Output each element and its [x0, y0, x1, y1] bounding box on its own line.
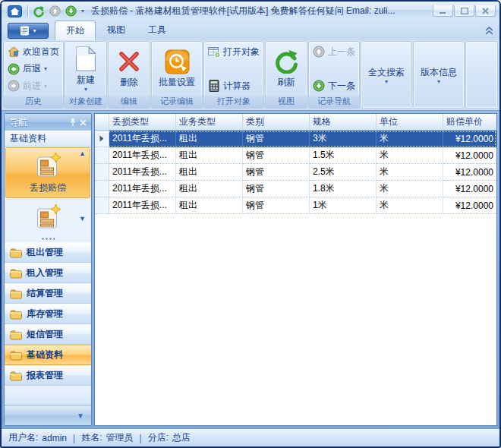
ribbon-button[interactable]: 删除 — [111, 48, 147, 90]
sidebar-item-label: 库存管理 — [27, 308, 63, 320]
ribbon-group-label: 打开对象 — [204, 96, 263, 108]
ribbon-group-body: 刷新 — [266, 42, 307, 96]
ribbon-button[interactable]: 版本信息▾ — [416, 65, 462, 85]
next-circle-icon — [313, 80, 325, 92]
sidebar-item-1[interactable]: 租出管理 — [5, 242, 91, 263]
navigation-body: 基础资料 ▲ 丢损赔偿 ▼ 租出管理租入管理结算管理库存管理短信管理基础资料报表… — [5, 131, 91, 425]
data-grid: 丢损类型业务类型类别规格单位赔偿单价 2011年丢损...租出钢管3米米¥12.… — [94, 113, 497, 426]
ribbon-group-body: 打开对象计算器 — [204, 42, 263, 96]
grid-column-header[interactable]: 类别 — [243, 114, 310, 130]
main-area: 导航 基础资料 ▲ 丢损赔偿 ▼ 租出管理租入管理结算管理库存管理短信管理基础资… — [2, 111, 499, 428]
grid-column-header[interactable]: 规格 — [310, 114, 377, 130]
titlebar-separator — [27, 5, 28, 17]
table-cell: 米 — [377, 197, 443, 214]
dropdown-arrow-icon: ▾ — [385, 80, 388, 84]
sidebar-splitter[interactable] — [5, 235, 91, 242]
ribbon-group-body: 全文搜索▾ — [361, 42, 411, 108]
grid-column-header[interactable]: 业务类型 — [176, 114, 243, 130]
ribbon-tab-3[interactable]: 工具 — [137, 21, 178, 40]
sidebar-item-5[interactable]: 短信管理 — [5, 324, 91, 345]
username-value: admin — [42, 433, 67, 443]
folder-icon — [10, 349, 22, 361]
ribbon-group-9: 版本信息▾ — [413, 41, 465, 109]
sidebar-item-label: 租出管理 — [27, 246, 63, 259]
ribbon-button[interactable]: 全文搜索▾ — [364, 65, 409, 85]
grid-column-header[interactable]: 丢损类型 — [109, 114, 176, 130]
navigation-pane: 导航 基础资料 ▲ 丢损赔偿 ▼ 租出管理租入管理结算管理库存管理短信管理基础资… — [4, 113, 92, 426]
sidebar-item-label: 租入管理 — [27, 267, 63, 279]
ribbon-button-label: 欢迎首页 — [23, 46, 59, 58]
sidebar-folder-list: 租出管理租入管理结算管理库存管理短信管理基础资料报表管理 — [5, 242, 91, 386]
collapse-ribbon-button[interactable] — [483, 27, 495, 35]
folder-icon — [10, 370, 22, 382]
minimize-icon — [440, 8, 446, 14]
dropdown-arrow-icon: ▾ — [84, 88, 87, 92]
sidebar-item-3[interactable]: 结算管理 — [5, 283, 91, 304]
navigation-caption-label: 导航 — [9, 116, 27, 129]
application-menu-button[interactable]: ▾ — [8, 23, 49, 39]
sidebar-icon-only-item[interactable]: ▼ — [5, 199, 91, 235]
table-row-1[interactable]: 2011年丢损...租出钢管3米米¥12.0000 — [95, 131, 496, 147]
ribbon-group-body: 删除 — [109, 42, 150, 96]
table-cell: 3米 — [310, 131, 377, 147]
sidebar-item-loss-compensation[interactable]: ▲ 丢损赔偿 — [5, 147, 90, 198]
ribbon-button: 上一条 — [313, 45, 355, 58]
grid-column-header[interactable]: 赔偿单价 — [443, 114, 496, 130]
ribbon-button-label: 批量设置 — [159, 76, 195, 89]
folder-icon — [10, 308, 22, 320]
forward-circle-icon — [8, 80, 20, 92]
ribbon-button[interactable]: 欢迎首页 — [8, 45, 59, 58]
ribbon-button[interactable]: 下一条 — [313, 79, 355, 93]
quick-access-down-button[interactable] — [64, 5, 77, 17]
ribbon-button-label: 版本信息 — [421, 66, 457, 79]
status-separator: | — [140, 433, 142, 443]
table-row-2[interactable]: 2011年丢损...租出钢管1.5米米¥12.0000 — [95, 147, 496, 164]
quick-access-up-button[interactable] — [48, 5, 61, 17]
quick-access-refresh-button[interactable] — [32, 5, 46, 17]
ribbon-tab-1[interactable]: 开始 — [55, 21, 96, 40]
close-nav-icon[interactable] — [80, 119, 87, 126]
table-cell: 2011年丢损... — [109, 147, 176, 164]
row-indicator-cell — [95, 147, 109, 164]
ribbon-group-label: 视图 — [266, 96, 307, 108]
ribbon-group-7: 上一条下一条记录导航 — [308, 41, 360, 109]
status-separator: | — [73, 433, 75, 443]
close-icon — [482, 8, 489, 14]
ribbon-button-label: 上一条 — [328, 46, 355, 58]
sidebar-item-6[interactable]: 基础资料 — [5, 345, 91, 365]
ribbon-button[interactable]: 打开对象 — [208, 45, 260, 58]
table-row-4[interactable]: 2011年丢损...租出钢管1.8米米¥12.0000 — [95, 181, 496, 197]
ribbon-button[interactable]: 后退▾ — [8, 62, 47, 76]
quick-access-dropdown-icon[interactable]: ▾ — [81, 8, 84, 14]
grid-column-header[interactable]: 单位 — [377, 114, 443, 130]
ribbon-group-body: 欢迎首页后退▾前进▾ — [4, 42, 63, 96]
ribbon-button[interactable]: 刷新 — [268, 48, 304, 90]
pin-icon[interactable] — [69, 118, 77, 127]
close-button[interactable] — [475, 5, 496, 17]
sidebar-item-2[interactable]: 租入管理 — [5, 263, 91, 283]
ribbon-button[interactable]: 批量设置 — [154, 48, 200, 90]
calculator-icon — [208, 80, 220, 92]
ribbon-button[interactable]: 新建▾ — [68, 46, 104, 93]
ribbon-button-label: 计算器 — [223, 80, 250, 93]
row-indicator-cell — [95, 181, 109, 197]
maximize-button[interactable] — [454, 5, 474, 17]
ribbon-group-label: 编辑 — [109, 96, 150, 108]
ribbon-group-8: 全文搜索▾ — [361, 41, 412, 109]
sidebar-item-7[interactable]: 报表管理 — [5, 365, 91, 386]
home-button[interactable] — [5, 4, 24, 18]
table-row-5[interactable]: 2011年丢损...租出钢管1米米¥12.0000 — [95, 197, 496, 214]
ribbon-button[interactable]: 计算器 — [208, 79, 250, 93]
scroll-up-icon[interactable]: ▲ — [79, 150, 86, 157]
table-cell: 钢管 — [243, 164, 310, 181]
grid-header-row: 丢损类型业务类型类别规格单位赔偿单价 — [95, 114, 496, 131]
ribbon-filler-panel — [465, 41, 498, 109]
sidebar-item-4[interactable]: 库存管理 — [5, 304, 91, 324]
maximize-icon — [461, 8, 468, 14]
dropdown-icon[interactable]: ▼ — [79, 216, 86, 222]
chevron-down-icon[interactable]: ▼ — [77, 412, 84, 420]
navigation-caption: 导航 — [5, 114, 91, 131]
table-row-3[interactable]: 2011年丢损...租出钢管2.5米米¥12.0000 — [95, 164, 496, 181]
minimize-button[interactable] — [433, 5, 453, 17]
ribbon-tab-2[interactable]: 视图 — [96, 21, 137, 40]
